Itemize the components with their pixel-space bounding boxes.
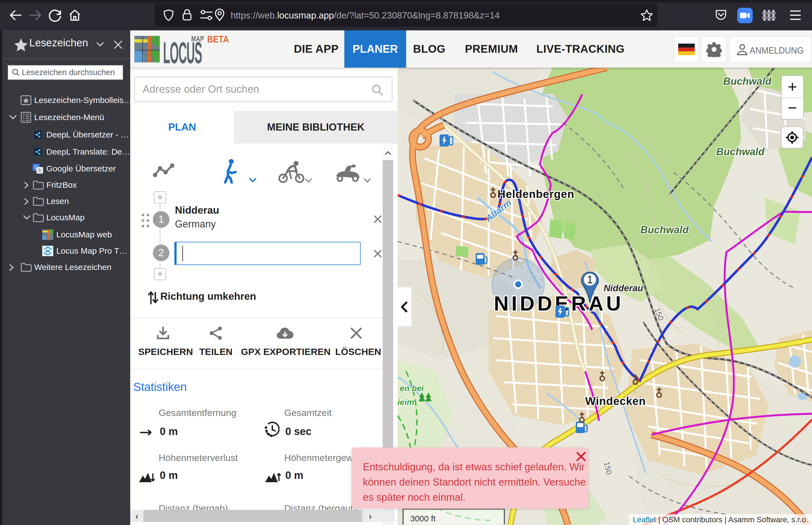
svg-text:1: 1 xyxy=(587,274,593,285)
svg-text:Nidderau: Nidderau xyxy=(604,283,643,293)
svg-text:Buchwald: Buchwald xyxy=(716,146,765,158)
svg-text:en bei: en bei xyxy=(400,384,424,393)
svg-text:Buchwald: Buchwald xyxy=(640,224,689,236)
svg-text:Heldenbergen: Heldenbergen xyxy=(497,188,574,200)
svg-text:ieim: ieim xyxy=(398,397,414,407)
svg-text:Buchwald: Buchwald xyxy=(723,76,772,87)
svg-text:文: 文 xyxy=(37,168,42,173)
svg-text:Windecken: Windecken xyxy=(585,395,646,407)
